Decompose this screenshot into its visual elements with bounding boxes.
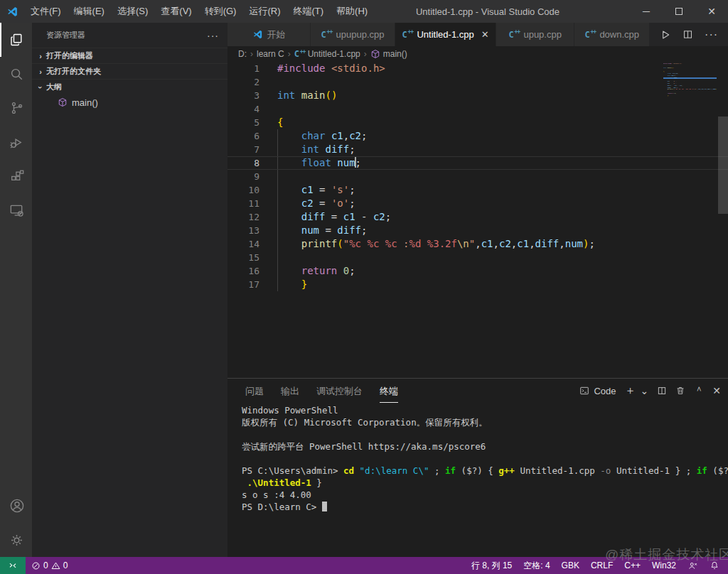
terminal-line: Windows PowerShell (242, 404, 728, 416)
status-language-mode[interactable]: C++ (619, 557, 646, 574)
maximize-button[interactable] (663, 0, 695, 23)
chevron-up-icon[interactable]: ＾ (694, 384, 704, 397)
status-indentation[interactable]: 空格: 4 (518, 557, 555, 574)
panel-tab-[interactable]: 调试控制台 (316, 379, 363, 403)
panel-tab-terminal-active[interactable]: 终端 (380, 379, 398, 403)
code-line-3[interactable]: 3int main() (228, 89, 728, 102)
activitybar-run-and-debug[interactable] (0, 125, 32, 159)
code-line-13[interactable]: 13 num = diff; (228, 224, 728, 237)
activitybar-source-control[interactable] (0, 91, 32, 125)
close-tab-icon[interactable]: ✕ (481, 29, 489, 40)
code-line-10[interactable]: 10 c1 = 's'; (228, 183, 728, 197)
status-bar-right: 行 8, 列 15空格: 4GBKCRLFC++Win32 (466, 557, 728, 574)
activitybar-account[interactable] (0, 489, 32, 523)
code-text (259, 170, 277, 183)
editor-scrollbar[interactable] (718, 117, 728, 214)
sidebar-section-1[interactable]: ›无打开的文件夹 (32, 63, 228, 79)
terminal-shell-picker[interactable]: Code (579, 386, 616, 396)
breadcrumb-segment[interactable]: C++Untitled-1.cpp (294, 49, 360, 60)
chevron-down-icon[interactable]: ⌄ (641, 385, 649, 396)
breadcrumb-segment[interactable]: learn C (257, 49, 284, 59)
code-line-4[interactable]: 4 (228, 102, 728, 116)
minimap[interactable]: #include <stdio.h>int main(){ char c1,c2… (663, 63, 717, 97)
status-cursor-position[interactable]: 行 8, 列 15 (466, 557, 518, 574)
code-line-7[interactable]: 7 int diff; (228, 143, 728, 156)
code-line-8[interactable]: 8 float num; (228, 156, 728, 170)
tab-[interactable]: 开始 (228, 23, 311, 46)
problems-indicator[interactable]: 0 0 (26, 557, 73, 574)
tab-upupup.cpp[interactable]: C++upupup.cpp (311, 23, 395, 46)
code-line-14[interactable]: 14 printf("%c %c %c :%d %3.2f\n",c1,c2,c… (228, 237, 728, 251)
terminal[interactable]: Windows PowerShell版权所有 (C) Microsoft Cor… (228, 403, 728, 557)
plus-icon[interactable]: ＋ (625, 384, 636, 399)
tab-label: upup.cpp (523, 29, 562, 40)
activitybar-extensions[interactable] (0, 159, 32, 193)
panel-tab-[interactable]: 输出 (281, 379, 299, 403)
menu-v[interactable]: 查看(V) (154, 0, 198, 23)
outline-item[interactable]: main() (32, 94, 228, 110)
code-line-5[interactable]: 5{ (228, 116, 728, 129)
tab-Untitled-1.cpp[interactable]: C++Untitled-1.cpp✕ (395, 23, 496, 46)
warning-count: 0 (63, 561, 68, 570)
bell-icon[interactable] (704, 557, 728, 574)
activitybar-search[interactable] (0, 57, 32, 91)
split-terminal-icon[interactable] (657, 386, 667, 396)
line-number: 2 (228, 75, 259, 89)
menu-r[interactable]: 运行(R) (242, 0, 287, 23)
code-line-2[interactable]: 2 (228, 75, 728, 89)
status-eol[interactable]: CRLF (585, 557, 619, 574)
panel-tab-[interactable]: 问题 (245, 379, 264, 403)
code-line-11[interactable]: 11 c2 = 'o'; (228, 197, 728, 210)
sidebar-section-2[interactable]: ›大纲 (32, 79, 228, 94)
activitybar-remote-explorer[interactable] (0, 193, 32, 227)
activitybar-explorer[interactable] (0, 23, 32, 57)
menu-t[interactable]: 终端(T) (287, 0, 330, 23)
status-platform[interactable]: Win32 (646, 557, 682, 574)
section-label: 打开的编辑器 (46, 50, 93, 61)
code-line-1[interactable]: 1#include <stdio.h> (228, 62, 728, 75)
status-bar: 0 0 行 8, 列 15空格: 4GBKCRLFC++Win32 (0, 557, 728, 574)
code-line-12[interactable]: 12 diff = c1 - c2; (228, 210, 728, 224)
breadcrumb[interactable]: D:›learn C›C++Untitled-1.cpp›main() (228, 46, 728, 62)
menu-f[interactable]: 文件(F) (24, 0, 68, 23)
menu-s[interactable]: 选择(S) (111, 0, 154, 23)
feedback-icon[interactable] (682, 557, 704, 574)
activitybar-settings[interactable] (0, 523, 32, 557)
code-line-6[interactable]: 6 char c1,c2; (228, 129, 728, 143)
code-text: printf("%c %c %c :%d %3.2f\n",c1,c2,c1,d… (259, 237, 595, 251)
breadcrumb-segment[interactable]: main() (370, 49, 407, 59)
run-icon[interactable] (660, 29, 671, 40)
status-encoding[interactable]: GBK (556, 557, 585, 574)
line-number: 1 (228, 62, 259, 75)
menu-e[interactable]: 编辑(E) (68, 0, 111, 23)
tab-label: upupup.cpp (336, 29, 385, 40)
code-line-9[interactable]: 9 (228, 170, 728, 183)
code-text: c2 = 'o'; (259, 197, 355, 210)
more-actions-icon[interactable]: ··· (207, 30, 219, 41)
sidebar-section-0[interactable]: ›打开的编辑器 (32, 48, 228, 63)
menu-g[interactable]: 转到(G) (198, 0, 243, 23)
cpp-icon: C++ (321, 29, 332, 40)
chevron-down-icon: › (36, 82, 45, 93)
code-text (259, 251, 277, 264)
breadcrumb-segment[interactable]: D: (238, 49, 247, 59)
line-number: 9 (228, 170, 259, 183)
more-icon[interactable]: ··· (705, 28, 718, 41)
close-icon[interactable]: ✕ (712, 385, 721, 396)
code-text: } (259, 278, 307, 291)
code-line-16[interactable]: 16 return 0; (228, 264, 728, 278)
minimize-button[interactable]: ─ (630, 0, 663, 23)
remote-indicator[interactable] (0, 557, 26, 574)
section-label: 无打开的文件夹 (46, 66, 101, 77)
split-editor-icon[interactable] (682, 29, 693, 40)
code-line-17[interactable]: 17 } (228, 278, 728, 291)
tab-upup.cpp[interactable]: C++upup.cpp (496, 23, 574, 46)
trash-icon[interactable] (675, 386, 685, 396)
code-editor[interactable]: 1#include <stdio.h>23int main()45{6 char… (228, 62, 728, 378)
tab-bar: 开始C++upupup.cppC++Untitled-1.cpp✕C++upup… (228, 23, 728, 46)
code-line-15[interactable]: 15 (228, 251, 728, 264)
close-button[interactable]: ✕ (695, 0, 728, 23)
activity-bar (0, 23, 32, 557)
warnings-icon (51, 561, 60, 570)
tab-down.cpp[interactable]: C++down.cpp (574, 23, 650, 46)
